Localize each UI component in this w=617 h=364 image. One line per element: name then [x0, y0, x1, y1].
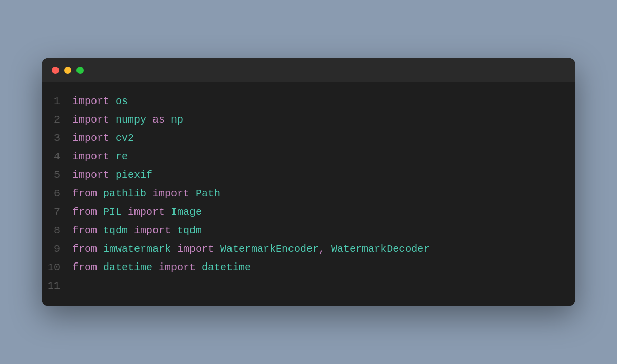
code-line: 11: [42, 277, 575, 295]
code-line: 1import os: [42, 92, 575, 111]
keyword-token: as: [146, 114, 171, 126]
keyword-token: import: [72, 114, 115, 126]
code-line: 10from datetime import datetime: [42, 258, 575, 277]
code-line: 4import re: [42, 148, 575, 166]
line-number: 9: [42, 241, 72, 257]
code-window: 1import os2import numpy as np3import cv2…: [42, 58, 575, 306]
keyword-token: import: [128, 225, 177, 236]
line-content: from tqdm import tqdm: [72, 223, 575, 239]
code-line: 7from PIL import Image: [42, 203, 575, 221]
module-token: tqdm: [103, 225, 128, 236]
line-content: from datetime import datetime: [72, 259, 575, 276]
line-number: 1: [42, 93, 72, 110]
line-content: from pathlib import Path: [72, 186, 575, 202]
module-token: datetime: [103, 261, 152, 273]
maximize-button[interactable]: [76, 67, 84, 74]
line-number: 7: [42, 204, 72, 220]
module-token: imwatermark: [103, 243, 171, 255]
line-content: import os: [72, 93, 575, 110]
line-number: 4: [42, 149, 72, 165]
code-line: 9from imwatermark import WatermarkEncode…: [42, 240, 575, 258]
module-token: os: [115, 95, 128, 107]
line-content: import cv2: [72, 130, 575, 147]
titlebar: [42, 58, 575, 82]
module-token: numpy: [115, 114, 146, 126]
module-token: cv2: [115, 132, 134, 144]
line-number: 3: [42, 130, 72, 147]
module-token: pathlib: [103, 188, 146, 199]
code-line: 2import numpy as np: [42, 111, 575, 129]
class-token: datetime: [202, 261, 251, 273]
keyword-token: import: [72, 151, 115, 163]
keyword-token: from: [72, 225, 103, 236]
class-token: tqdm: [177, 225, 202, 236]
line-content: from PIL import Image: [72, 204, 575, 220]
line-content: import re: [72, 149, 575, 165]
line-number: 6: [42, 186, 72, 202]
code-editor: 1import os2import numpy as np3import cv2…: [42, 82, 575, 306]
minimize-button[interactable]: [64, 67, 71, 74]
line-number: 8: [42, 223, 72, 239]
keyword-token: from: [72, 206, 103, 218]
code-line: 5import piexif: [42, 166, 575, 185]
keyword-token: import: [122, 206, 171, 218]
class-token: Path: [196, 188, 220, 199]
module-token: PIL: [103, 206, 122, 218]
keyword-token: from: [72, 243, 103, 255]
module-token: piexif: [115, 169, 152, 181]
keyword-token: import: [72, 132, 115, 144]
module-token: re: [115, 151, 128, 163]
keyword-token: import: [72, 169, 115, 181]
line-number: 2: [42, 112, 72, 128]
class-token: WatermarkEncoder: [220, 243, 319, 255]
keyword-token: from: [72, 261, 103, 273]
keyword-token: import: [146, 188, 196, 199]
keyword-token: from: [72, 188, 103, 199]
keyword-token: import: [171, 243, 220, 255]
close-button[interactable]: [52, 67, 59, 74]
line-number: 11: [42, 278, 72, 294]
line-content: import numpy as np: [72, 112, 575, 128]
keyword-token: import: [152, 261, 202, 273]
class-token: Image: [171, 206, 202, 218]
line-number: 5: [42, 167, 72, 184]
code-line: 6from pathlib import Path: [42, 185, 575, 203]
line-content: import piexif: [72, 167, 575, 184]
plain-token: ,: [319, 243, 331, 255]
line-number: 10: [42, 259, 72, 276]
keyword-token: import: [72, 95, 115, 107]
class-token: WatermarkDecoder: [331, 243, 430, 255]
line-content: from imwatermark import WatermarkEncoder…: [72, 241, 575, 257]
code-line: 8from tqdm import tqdm: [42, 221, 575, 240]
code-line: 3import cv2: [42, 129, 575, 148]
module-token: np: [171, 114, 183, 126]
